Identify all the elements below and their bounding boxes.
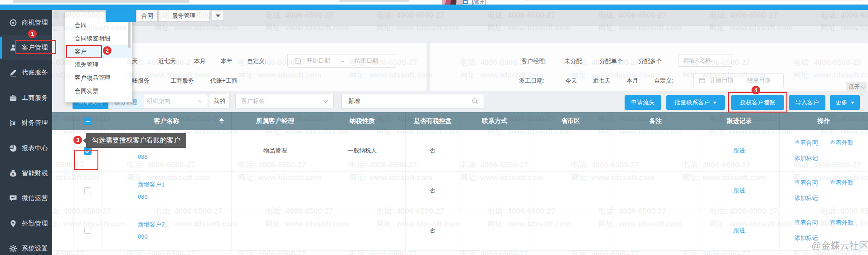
cell-manager: 物品管理 (232, 130, 319, 171)
filter-panel-right (430, 43, 868, 91)
date-separator: - (740, 77, 742, 84)
customer-name-link[interactable]: 新增客户2090 (102, 218, 165, 243)
dispatch-this-month[interactable]: 本月 (626, 77, 638, 85)
customer-name-link[interactable]: 新增客户1089 (102, 178, 165, 203)
view-contract-link[interactable]: 查看合同 (795, 139, 818, 146)
chevron-down-icon (713, 102, 717, 104)
chrome-tab-fragment (339, 0, 409, 2)
header-customer-name: 客户名称 (102, 112, 232, 130)
sidebar-item-opportunity-mgmt[interactable]: 商机管理 (0, 10, 52, 35)
tab-customer-active[interactable] (106, 10, 136, 22)
table-row: 新增客户2090 否 跟进 查看合同查看外勤 添加标记 (52, 210, 868, 251)
dispatch-today[interactable]: 今天 (565, 77, 577, 85)
org-structure-select[interactable]: 组织架构 (141, 94, 208, 108)
dispatch-custom-label: 自定义: (654, 77, 674, 85)
sidebar-item-bookkeeping-service[interactable]: 代账服务 (0, 60, 52, 85)
dispatch-last7days[interactable]: 近七天 (593, 77, 611, 85)
manager-assign-single[interactable]: 分配单个 (599, 57, 623, 65)
cell-manager (232, 172, 319, 210)
top-accent-bar (0, 5, 868, 10)
sidebar-item-system-settings[interactable]: 系统设置 (0, 236, 52, 255)
customer-mgmt-submenu: 合同 合同续签明细 客户 流失管理 客户物品管理 合同发票 (65, 11, 132, 103)
manager-name-input[interactable]: 请输入名称... (679, 54, 732, 67)
menu-item-contract-invoice[interactable]: 合同发票 (65, 84, 132, 98)
cell-manager (232, 210, 319, 250)
import-customers-button[interactable]: 导入客户 (789, 95, 825, 110)
end-date-placeholder[interactable]: 结束日期 (747, 76, 771, 84)
view-contract-link[interactable]: 查看合同 (795, 219, 818, 226)
end-date-placeholder[interactable]: 结束日期 (354, 57, 378, 65)
sidebar-item-business-registration[interactable]: 工商服务 (0, 85, 52, 110)
table-header-row: 客户名称 所属客户经理 纳税性质 是否有税控盘 联系方式 省市区 备注 跟进记录… (52, 112, 868, 130)
header-tax-disk: 是否有税控盘 (406, 112, 460, 130)
batch-contact-button[interactable]: 批量联系客户 (666, 95, 725, 110)
sort-desc-icon (219, 122, 224, 124)
cell-tax-disk: 否 (406, 172, 460, 210)
table-row-partial (52, 251, 868, 255)
tab-service-mgmt[interactable]: 服务管理 (158, 10, 209, 22)
header-follow-record: 跟进记录 (699, 112, 780, 130)
menu-item-contract-renewal[interactable]: 合同续签明细 (65, 32, 132, 45)
view-fieldwork-link[interactable]: 查看外勤 (830, 139, 853, 146)
chevron-down-icon (216, 15, 220, 17)
add-mark-link[interactable]: 添加标记 (795, 195, 818, 201)
filter-this-year[interactable]: 本年 (221, 57, 233, 65)
add-mark-link[interactable]: 添加标记 (795, 155, 818, 162)
view-fieldwork-link[interactable]: 查看外勤 (830, 219, 853, 226)
view-fieldwork-link[interactable]: 查看外勤 (830, 179, 853, 186)
menu-item-loss-mgmt[interactable]: 流失管理 (65, 58, 132, 71)
check-icon (85, 147, 91, 153)
filter-last7days[interactable]: 近七天 (158, 57, 176, 65)
follow-up-link[interactable]: 跟进 (733, 226, 745, 235)
search-input[interactable]: 新增 (341, 94, 484, 108)
start-date-placeholder[interactable]: 开始日期 (710, 76, 733, 84)
mine-button[interactable]: 我的 (209, 94, 230, 108)
pencil-icon (9, 69, 17, 77)
more-button[interactable]: 更多 (830, 95, 860, 110)
customer-tag-select[interactable]: 客户标签 (235, 94, 334, 108)
sidebar-item-wechat-operation[interactable]: 微信运营 (0, 186, 52, 211)
date-separator: - (342, 58, 344, 64)
apply-loss-button[interactable]: 申请流失 (625, 95, 661, 110)
header-tax-type: 纳税性质 (319, 112, 406, 130)
filter-registration[interactable]: 工商服务 (170, 77, 194, 85)
tab-list-dropdown-button[interactable] (212, 11, 224, 21)
expand-filters-button[interactable]: 展开 (846, 82, 867, 92)
sidebar-item-report-center[interactable]: 报表中心 (0, 136, 52, 161)
tab-contract[interactable]: 合同 (137, 10, 158, 22)
sidebar-item-field-work[interactable]: 外勤管理 (0, 211, 52, 236)
cell-tax-type (319, 210, 406, 250)
row-checkbox[interactable] (74, 210, 102, 250)
dispatch-date-range-input[interactable]: 开始日期 - 结束日期 (693, 74, 784, 87)
authorize-customer-view-button[interactable]: 授权客户看账 (731, 95, 784, 110)
filter-both-services[interactable]: 代账+工商 (210, 77, 238, 85)
follow-up-link[interactable]: 跟进 (733, 147, 745, 155)
sidebar-item-customer-mgmt[interactable]: 客户管理 (0, 35, 52, 60)
calendar-icon (295, 58, 301, 64)
community-watermark: @金蝶云社区 (811, 239, 868, 252)
filter-this-month[interactable]: 本月 (194, 57, 206, 65)
select-all-checkbox[interactable] (74, 112, 102, 130)
sidebar: 商机管理 客户管理 代账服务 工商服务 ¥ 财务管理 报表中心 ¥ 智能财税 微… (0, 10, 52, 255)
avatar (442, 0, 463, 5)
gear-icon (9, 245, 17, 253)
sort-control[interactable] (219, 118, 224, 124)
start-date-placeholder[interactable]: 开始日期 (306, 57, 330, 65)
menu-item-customer-goods[interactable]: 客户物品管理 (65, 71, 132, 84)
manager-assign-multi[interactable]: 分配多个 (638, 57, 662, 65)
view-contract-link[interactable]: 查看合同 (795, 179, 818, 186)
manager-unassigned[interactable]: 未分配 (564, 57, 582, 65)
row-checkbox[interactable] (74, 172, 102, 210)
table-row: 新增客户1089 否 跟进 查看合同查看外勤 添加标记 (52, 172, 868, 210)
menu-item-customer[interactable]: 客户 (65, 45, 132, 58)
date-range-input[interactable]: 开始日期 - 结束日期 (287, 54, 396, 68)
sidebar-item-finance-mgmt[interactable]: ¥ 财务管理 (0, 111, 52, 136)
follow-up-link[interactable]: 跟进 (733, 186, 745, 195)
target-icon (9, 19, 17, 27)
chevron-down-icon (851, 102, 854, 104)
search-icon[interactable] (472, 98, 479, 105)
calendar-icon (699, 77, 705, 83)
chrome-tab-fragment (13, 0, 189, 3)
sidebar-item-smart-tax[interactable]: ¥ 智能财税 (0, 161, 52, 186)
chat-window-title: [/账开] (472, 0, 486, 4)
